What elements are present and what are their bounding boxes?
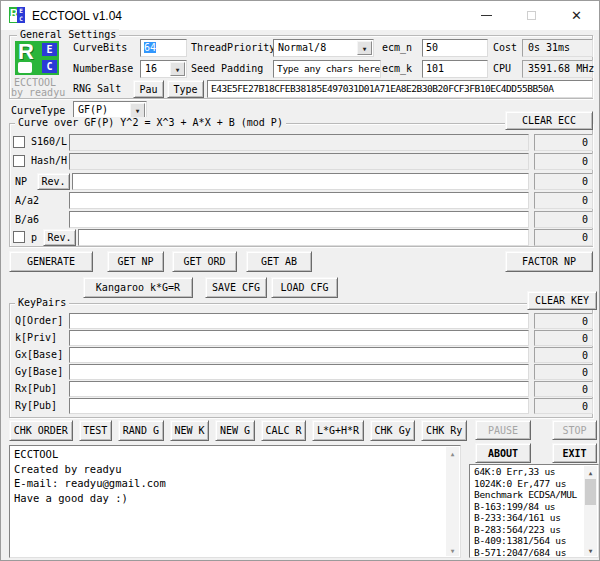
scroll-down-icon[interactable]: ▼ xyxy=(446,544,459,556)
pause-rng-button[interactable]: Pau xyxy=(133,80,164,98)
np-label: NP xyxy=(15,176,27,187)
log-scrollbar[interactable]: ▲ ▼ xyxy=(446,447,459,556)
ry-pub-field[interactable] xyxy=(69,398,529,414)
dropdown-arrow-icon[interactable]: ▼ xyxy=(170,62,185,76)
generate-button[interactable]: GENERATE xyxy=(9,251,93,272)
rngsalt-label: RNG Salt xyxy=(73,83,121,94)
app-icon-white-block xyxy=(10,16,17,22)
curvetype-label: CurveType xyxy=(11,105,65,116)
p-field[interactable] xyxy=(78,229,529,246)
b-counter: 0 xyxy=(534,211,593,228)
cost-value: 0s 31ms xyxy=(522,39,593,57)
window-controls: ✕ xyxy=(464,1,599,30)
exit-button[interactable]: EXIT xyxy=(552,443,597,463)
rngsalt-input[interactable]: E43E5FE27B18CFEB38185E497031D01A71EA8E2B… xyxy=(207,80,593,98)
q-order-label: Q[Order] xyxy=(15,315,63,326)
logo-c: C xyxy=(42,60,57,73)
save-cfg-button[interactable]: SAVE CFG xyxy=(205,277,267,298)
gy-base-label: Gy[Base] xyxy=(15,366,63,377)
q-order-field[interactable] xyxy=(69,313,529,329)
gx-base-field[interactable] xyxy=(69,347,529,363)
ecm-k-input[interactable]: 101 xyxy=(422,60,488,78)
hash-label: Hash/H xyxy=(31,155,67,166)
calc-r-button[interactable]: CALC R xyxy=(261,420,307,441)
type-rng-button[interactable]: Type xyxy=(167,80,204,98)
clear-ecc-button[interactable]: CLEAR ECC xyxy=(505,111,593,130)
get-np-button[interactable]: GET NP xyxy=(107,251,164,272)
threadpriority-select[interactable]: Normal/8▼ xyxy=(273,39,374,57)
titlebar: R E C ECCTOOL v1.04 ✕ xyxy=(1,1,599,30)
gy-base-counter: 0 xyxy=(534,364,593,380)
dropdown-arrow-icon[interactable]: ▼ xyxy=(357,41,372,55)
log-textarea[interactable]: ECCTOOL Created by readyu E-mail: readyu… xyxy=(9,445,461,558)
benchmark-textarea[interactable]: 64K:0 Err,33 us 1024K:0 Er,477 us Benchm… xyxy=(469,464,599,558)
clear-key-button[interactable]: CLEAR KEY xyxy=(527,291,597,310)
s160-field[interactable] xyxy=(69,134,529,151)
np-field[interactable] xyxy=(72,173,529,190)
logo-byline: by readyu xyxy=(11,87,65,98)
log-text: ECCTOOL Created by readyu E-mail: readyu… xyxy=(14,447,166,505)
new-k-button[interactable]: NEW K xyxy=(170,420,210,441)
lg-hr-button[interactable]: L*G+H*R xyxy=(312,420,364,441)
ecm-n-input[interactable]: 50 xyxy=(422,39,488,57)
s160-checkbox[interactable] xyxy=(13,136,25,148)
rx-pub-field[interactable] xyxy=(69,381,529,397)
scrollbar-thumb[interactable] xyxy=(585,479,596,505)
benchmark-scrollbar[interactable]: ▲ ▼ xyxy=(584,466,597,556)
p-checkbox[interactable] xyxy=(13,231,25,243)
stop-button: STOP xyxy=(552,420,597,440)
pause-button: PAUSE xyxy=(475,420,531,440)
p-rev-button[interactable]: Rev. xyxy=(43,229,76,246)
window-title: ECCTOOL v1.04 xyxy=(32,9,122,23)
rand-g-button[interactable]: RAND G xyxy=(118,420,164,441)
scroll-up-icon[interactable]: ▲ xyxy=(584,466,597,478)
curvebits-input[interactable]: 64 xyxy=(140,39,187,57)
b-field[interactable] xyxy=(69,211,529,228)
a-label: A/a2 xyxy=(15,195,39,206)
chk-order-button[interactable]: CHK ORDER xyxy=(9,420,73,441)
logo-e: E xyxy=(42,43,57,56)
test-button[interactable]: TEST xyxy=(79,420,113,441)
hash-field[interactable] xyxy=(69,153,529,170)
factor-np-button[interactable]: FACTOR NP xyxy=(505,251,593,272)
s160-label: S160/L xyxy=(31,136,67,147)
threadpriority-label: ThreadPriority xyxy=(191,42,275,53)
q-order-counter: 0 xyxy=(534,313,593,329)
maximize-button xyxy=(509,1,554,30)
cost-label: Cost xyxy=(493,42,517,53)
k-priv-label: k[Priv] xyxy=(15,332,57,343)
a-counter: 0 xyxy=(534,192,593,209)
np-rev-button[interactable]: Rev. xyxy=(37,173,70,190)
numberbase-value: 16 xyxy=(145,63,157,74)
keypairs-groupbox-title: KeyPairs xyxy=(15,297,69,308)
get-ord-button[interactable]: GET ORD xyxy=(172,251,237,272)
curvebits-value: 64 xyxy=(144,42,156,53)
p-label: p xyxy=(31,232,37,243)
bottom-button-row: CHK ORDER TEST RAND G NEW K NEW G CALC R… xyxy=(9,420,467,441)
seedpadding-input[interactable]: Type any chars here xyxy=(273,60,381,78)
minimize-button[interactable] xyxy=(464,1,509,30)
hash-checkbox[interactable] xyxy=(13,155,25,167)
chk-gy-button[interactable]: CHK Gy xyxy=(370,420,416,441)
gx-base-label: Gx[Base] xyxy=(15,349,63,360)
ecm-n-label: ecm_n xyxy=(382,42,412,53)
s160-counter: 0 xyxy=(534,134,593,151)
a-field[interactable] xyxy=(69,192,529,209)
scroll-up-icon[interactable]: ▲ xyxy=(446,447,459,459)
new-g-button[interactable]: NEW G xyxy=(215,420,255,441)
ecctool-logo: R E C xyxy=(15,41,59,75)
client-area: General Settings R E C ECCTOOL by readyu… xyxy=(1,30,599,560)
curvebits-label: CurveBits xyxy=(73,42,127,53)
close-button[interactable]: ✕ xyxy=(554,1,599,30)
dropdown-arrow-icon[interactable]: ▼ xyxy=(130,103,145,118)
k-priv-field[interactable] xyxy=(69,330,529,346)
scroll-down-icon[interactable]: ▼ xyxy=(584,544,597,556)
about-button[interactable]: ABOUT xyxy=(475,443,531,463)
gy-base-field[interactable] xyxy=(69,364,529,380)
load-cfg-button[interactable]: LOAD CFG xyxy=(271,277,338,298)
chk-ry-button[interactable]: CHK Ry xyxy=(421,420,467,441)
numberbase-select[interactable]: 16▼ xyxy=(140,60,187,78)
get-ab-button[interactable]: GET AB xyxy=(246,251,312,272)
app-icon-e: E xyxy=(17,7,25,15)
kangaroo-button[interactable]: Kangaroo k*G=R xyxy=(83,277,193,298)
